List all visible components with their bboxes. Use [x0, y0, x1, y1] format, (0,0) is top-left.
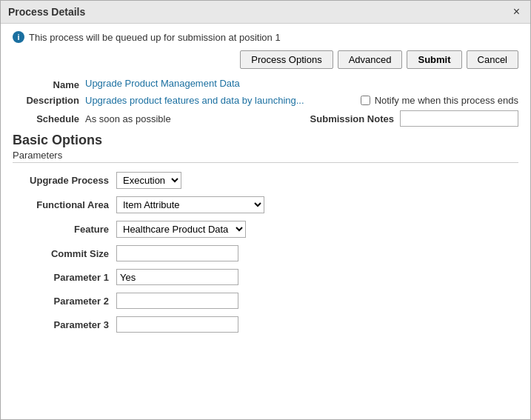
name-label: Name — [13, 78, 79, 90]
notify-label: Notify me when this process ends — [375, 95, 518, 106]
notify-checkbox[interactable] — [361, 96, 370, 105]
schedule-label: Schedule — [13, 113, 79, 124]
submission-notes-section: Submission Notes — [310, 110, 518, 127]
schedule-value: As soon as possible — [85, 113, 281, 124]
toolbar: Process Options Advanced Submit Cancel — [13, 50, 518, 69]
description-field-row: Description Upgrades product features an… — [13, 95, 518, 106]
upgrade-process-row: Upgrade Process Execution Rollback Valid… — [13, 172, 518, 189]
close-button[interactable]: × — [510, 5, 523, 19]
name-field-row: Name Upgrade Product Management Data — [13, 78, 518, 90]
functional-area-label: Functional Area — [13, 199, 109, 210]
parameter3-input[interactable] — [116, 316, 238, 333]
info-message: This process will be queued up for submi… — [29, 32, 281, 43]
advanced-button[interactable]: Advanced — [338, 50, 403, 69]
schedule-field-row: Schedule As soon as possible Submission … — [13, 110, 518, 127]
functional-area-row: Functional Area Item Attribute Product C… — [13, 196, 518, 213]
parameter3-label: Parameter 3 — [13, 319, 109, 330]
submit-button[interactable]: Submit — [407, 50, 461, 69]
parameter2-row: Parameter 2 — [13, 293, 518, 309]
parameters-subtitle: Parameters — [13, 150, 518, 161]
upgrade-process-label: Upgrade Process — [13, 175, 109, 186]
process-options-button[interactable]: Process Options — [240, 50, 333, 69]
dialog-title: Process Details — [8, 6, 85, 18]
dialog-body: i This process will be queued up for sub… — [1, 24, 530, 347]
parameter3-row: Parameter 3 — [13, 316, 518, 333]
feature-row: Feature Healthcare Product Data Manufact… — [13, 221, 518, 238]
parameter1-row: Parameter 1 — [13, 269, 518, 285]
dialog-header: Process Details × — [1, 1, 530, 24]
upgrade-process-select[interactable]: Execution Rollback Validate — [116, 172, 181, 189]
section-divider — [13, 162, 518, 163]
description-value: Upgrades product features and data by la… — [85, 95, 346, 106]
notify-section: Notify me when this process ends — [361, 95, 518, 106]
description-label: Description — [13, 95, 79, 106]
parameter2-label: Parameter 2 — [13, 296, 109, 307]
parameter2-input[interactable] — [116, 293, 238, 309]
name-value: Upgrade Product Management Data — [85, 78, 518, 89]
info-icon: i — [13, 31, 24, 43]
parameter1-input[interactable] — [116, 269, 238, 285]
info-bar: i This process will be queued up for sub… — [13, 31, 518, 43]
commit-size-row: Commit Size — [13, 245, 518, 261]
submission-notes-input[interactable] — [400, 110, 518, 127]
parameter1-label: Parameter 1 — [13, 272, 109, 283]
process-details-dialog: Process Details × i This process will be… — [0, 0, 531, 420]
feature-select[interactable]: Healthcare Product Data Manufacturing Da… — [116, 221, 246, 238]
submission-notes-label: Submission Notes — [310, 113, 394, 124]
functional-area-select[interactable]: Item Attribute Product Category — [116, 196, 264, 213]
feature-label: Feature — [13, 224, 109, 235]
cancel-button[interactable]: Cancel — [467, 50, 518, 69]
basic-options-title: Basic Options — [13, 133, 518, 148]
commit-size-label: Commit Size — [13, 248, 109, 259]
commit-size-input[interactable] — [116, 245, 238, 261]
